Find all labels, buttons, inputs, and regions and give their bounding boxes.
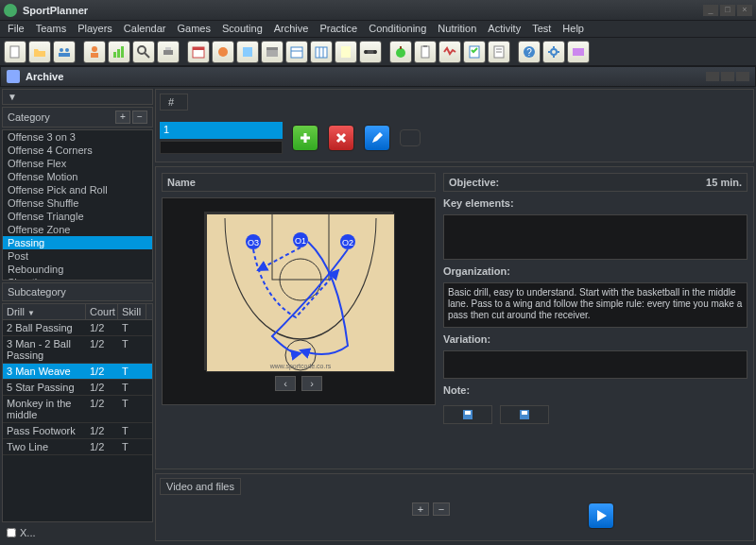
category-item[interactable]: Post [3,249,152,263]
toolbar-media-icon[interactable] [567,41,590,63]
panel-title: Archive [26,71,706,82]
panel-minimize-button[interactable] [706,72,719,81]
sequence-extra-button[interactable] [400,129,421,146]
toolbar-report-icon[interactable] [488,41,510,63]
drill-row[interactable]: Monkey in the middle1/2T [3,396,152,423]
objective-row: Objective: 15 min. [443,173,747,192]
toolbar-week-icon[interactable] [285,41,308,63]
diagram-next-button[interactable]: › [301,376,322,391]
toolbar-settings-icon[interactable] [542,41,565,63]
category-item[interactable]: Offense Shuffle [3,196,152,210]
svg-rect-31 [423,45,427,47]
panel-header: Archive [0,66,756,87]
minimize-button[interactable]: _ [703,5,718,16]
col-drill[interactable]: Drill ▼ [3,304,86,319]
toolbar-practice-icon[interactable] [335,41,357,63]
toolbar-month-icon[interactable] [310,41,333,63]
panel-close-button[interactable] [736,72,749,81]
toolbar-archive-icon[interactable] [261,41,284,63]
menu-file[interactable]: File [8,23,25,35]
filter-icon[interactable]: ▼ [8,92,17,102]
toolbar-calendar-icon[interactable] [187,41,210,63]
menu-teams[interactable]: Teams [36,23,66,35]
key-elements-field[interactable] [443,214,747,260]
toolbar-print-icon[interactable] [157,41,180,63]
category-item[interactable]: Offense Zone [3,223,152,236]
drill-row[interactable]: Pass Footwork1/2T [3,423,152,439]
toolbar-help-icon[interactable]: ? [518,41,541,63]
organization-field[interactable]: Basic drill, easy to understand. Start w… [443,282,747,328]
save-button[interactable] [443,405,492,424]
toolbar-stats-icon[interactable] [108,41,130,63]
sequence-empty [160,141,283,154]
svg-point-28 [396,48,405,58]
category-item[interactable]: Offense Flex [3,157,152,170]
category-item[interactable]: Shooting [3,276,152,281]
drill-row[interactable]: Two Line1/2T [3,439,152,455]
category-item[interactable]: Offense Motion [3,170,152,183]
category-item[interactable]: Offense Triangle [3,210,152,223]
drill-row[interactable]: 3 Man - 2 Ball Passing1/2T [3,336,152,364]
menu-scouting[interactable]: Scouting [222,23,263,35]
panel-maximize-button[interactable] [721,72,734,81]
toolbar-new-icon[interactable] [4,41,26,63]
toolbar-activity-icon[interactable] [438,41,461,63]
menu-nutrition[interactable]: Nutrition [438,23,476,35]
variation-field[interactable] [443,350,747,379]
video-panel: Video and files + − [155,473,754,541]
sequence-edit-button[interactable] [364,125,390,151]
menu-archive[interactable]: Archive [274,23,309,35]
drill-row[interactable]: 5 Star Passing1/2T [3,380,152,396]
detail-left: Name O3 O1 O2 [162,173,436,463]
category-item[interactable]: Passing [3,236,152,249]
drill-row[interactable]: 2 Ball Passing1/2T [3,320,152,336]
svg-point-2 [65,48,69,52]
video-play-button[interactable] [588,502,614,529]
menu-practice[interactable]: Practice [319,23,357,35]
save-as-button[interactable] [500,405,549,424]
toolbar-player-icon[interactable] [83,41,106,63]
menu-games[interactable]: Games [177,23,210,35]
toolbar-conditioning-icon[interactable] [359,41,382,63]
svg-rect-6 [113,52,116,58]
category-add-button[interactable]: + [115,111,130,124]
svg-text:O1: O1 [295,236,306,246]
toolbar-games-icon[interactable] [212,41,234,63]
toolbar-clipboard-icon[interactable] [414,41,437,63]
toolbar-nutrition-icon[interactable] [389,41,412,63]
toolbar-open-icon[interactable] [28,41,51,63]
menu-test[interactable]: Test [532,23,551,35]
toolbar-scouting-icon[interactable] [236,41,259,63]
video-remove-button[interactable]: − [433,502,450,516]
sequence-delete-button[interactable] [328,125,354,151]
menu-players[interactable]: Players [77,23,112,35]
svg-rect-16 [243,47,252,57]
sequence-item[interactable]: 1 [160,122,283,139]
menu-calendar[interactable]: Calendar [124,23,166,35]
category-item[interactable]: Offense 3 on 3 [3,130,152,144]
col-skill[interactable]: Skill [118,304,146,319]
drill-row[interactable]: 3 Man Weave1/2T [3,364,152,380]
category-item[interactable]: Offense 4 Corners [3,144,152,157]
toolbar-search-icon[interactable] [132,41,155,63]
toolbar-teams-icon[interactable] [53,41,76,63]
col-court[interactable]: Court [86,304,118,319]
category-remove-button[interactable]: − [132,111,147,124]
diagram-nav: ‹ › [275,376,322,391]
category-label: Category [8,111,50,123]
category-item[interactable]: Rebounding [3,263,152,276]
menu-activity[interactable]: Activity [488,23,521,35]
maximize-button[interactable]: □ [720,5,735,16]
category-item[interactable]: Offense Pick and Roll [3,183,152,196]
drill-detail: Name O3 O1 O2 [155,166,754,469]
menu-help[interactable]: Help [562,23,584,35]
toolbar-test-icon[interactable] [463,41,486,63]
menu-conditioning[interactable]: Conditioning [369,23,426,35]
svg-point-26 [364,50,368,54]
svg-rect-18 [266,47,278,50]
diagram-prev-button[interactable]: ‹ [275,376,296,391]
footer-checkbox[interactable] [7,528,16,537]
video-add-button[interactable]: + [412,502,429,516]
close-button[interactable]: × [737,5,752,16]
sequence-add-button[interactable] [292,125,318,151]
